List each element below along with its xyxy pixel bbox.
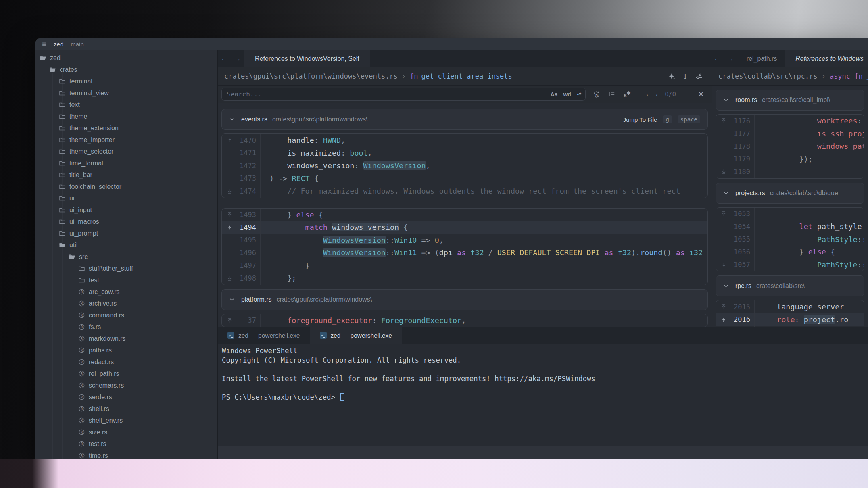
git-branch[interactable]: main bbox=[71, 41, 84, 48]
code-line[interactable]: 1054 let path_style = bbox=[716, 220, 864, 233]
editor-controls-icon[interactable] bbox=[695, 73, 703, 80]
file-tree-item[interactable]: Rrel_path.rs bbox=[35, 368, 217, 380]
code-line[interactable]: 2017 windows_paths: p bbox=[716, 326, 864, 327]
breadcrumb-left[interactable]: crates\gpui\src\platform\windows\events.… bbox=[218, 67, 712, 86]
search-box[interactable]: Aa wd •* bbox=[221, 88, 586, 101]
expand-excerpt-down-icon[interactable] bbox=[721, 262, 727, 268]
file-tree-item[interactable]: Rtest.rs bbox=[35, 438, 217, 450]
code-line[interactable]: 1178 windows_path bbox=[716, 140, 864, 153]
code-line[interactable]: 1472 windows_version: WindowsVersion, bbox=[222, 159, 707, 172]
prev-match-icon[interactable]: ‹ bbox=[647, 91, 649, 98]
excerpt-header-rpc.rs[interactable]: rpc.rscrates\collab\src\ bbox=[716, 275, 864, 296]
file-tree-item[interactable]: Rshell_env.rs bbox=[35, 415, 217, 426]
file-tree-item[interactable]: src bbox=[35, 251, 217, 263]
selection-search-toggle[interactable]: s✱ bbox=[624, 90, 631, 98]
code-line[interactable]: 1179 }); bbox=[716, 153, 864, 166]
chevron-down-icon[interactable] bbox=[723, 190, 729, 196]
file-tree-item[interactable]: theme_importer bbox=[35, 134, 217, 146]
jump-to-file-button[interactable]: Jump To File bbox=[623, 116, 657, 123]
file-tree-item[interactable]: crates bbox=[35, 64, 217, 75]
file-tree-item[interactable]: ui_macros bbox=[35, 216, 217, 227]
breadcrumb-right[interactable]: crates\collab\src\rpc.rs › async fn join… bbox=[712, 67, 868, 86]
excerpt-header-events.rs[interactable]: events.rscrates\gpui\src\platform\window… bbox=[221, 109, 708, 130]
file-tree-item[interactable]: test bbox=[35, 274, 217, 286]
file-tree-item[interactable]: ui_input bbox=[35, 204, 217, 216]
file-tree-item[interactable]: ui_prompt bbox=[35, 227, 217, 239]
tab-references-left[interactable]: References to WindowsVersion, Self bbox=[244, 50, 370, 67]
regex-toggle[interactable]: •* bbox=[577, 91, 581, 98]
code-line[interactable]: 1494 match windows_version { bbox=[222, 221, 707, 234]
expand-excerpt-up-icon[interactable] bbox=[721, 211, 727, 217]
chevron-down-icon[interactable] bbox=[229, 117, 235, 122]
excerpt-header-room.rs[interactable]: room.rscrates\call\src\call_impl\ bbox=[716, 90, 864, 111]
code-line[interactable]: 1177 is_ssh_proje bbox=[716, 127, 864, 140]
expand-excerpt-down-icon[interactable] bbox=[227, 188, 233, 194]
file-tree-item[interactable]: Rschemars.rs bbox=[35, 380, 217, 391]
search-input[interactable] bbox=[227, 90, 545, 98]
app-menu-icon[interactable]: ≡ bbox=[42, 40, 46, 48]
filter-list-icon[interactable] bbox=[608, 91, 616, 98]
code-line[interactable]: 1474 // For maximized windows, Windows o… bbox=[222, 185, 707, 198]
file-tree-item[interactable]: zed bbox=[35, 52, 217, 64]
file-tree-item[interactable]: Rshell.rs bbox=[35, 403, 217, 415]
code-line[interactable]: 2015 language_server_ bbox=[716, 300, 864, 313]
file-tree-item[interactable]: Rtime.rs bbox=[35, 450, 217, 459]
file-tree-item[interactable]: theme_selector bbox=[35, 146, 217, 157]
code-line[interactable]: 1471 is_maximized: bool, bbox=[222, 147, 707, 160]
file-tree-item[interactable]: Rarchive.rs bbox=[35, 298, 217, 309]
expand-excerpt-up-icon[interactable] bbox=[721, 304, 727, 310]
chevron-down-icon[interactable] bbox=[229, 297, 235, 302]
nav-back-icon[interactable]: ← bbox=[221, 55, 228, 63]
terminal-prompt[interactable]: PS C:\Users\maxbr\code\zed> bbox=[222, 393, 868, 402]
terminal-tab[interactable]: >_zed — powershell.exe bbox=[218, 327, 310, 344]
expand-excerpt-down-icon[interactable] bbox=[721, 169, 727, 175]
file-tree-item[interactable]: Rmarkdown.rs bbox=[35, 333, 217, 344]
code-line[interactable]: 2016 role: project.ro bbox=[716, 313, 864, 326]
file-tree-item[interactable]: text bbox=[35, 99, 217, 111]
chevron-down-icon[interactable] bbox=[723, 97, 729, 103]
file-tree-item[interactable]: util bbox=[35, 239, 217, 251]
excerpt-header-projects.rs[interactable]: projects.rscrates\collab\src\db\que bbox=[716, 183, 864, 204]
code-line[interactable]: 1176 worktrees: p bbox=[716, 115, 864, 127]
expand-excerpt-up-icon[interactable] bbox=[227, 212, 233, 218]
expand-excerpt-down-icon[interactable] bbox=[227, 275, 233, 281]
file-tree-item[interactable]: Rredact.rs bbox=[35, 356, 217, 368]
nav-forward-icon[interactable]: → bbox=[727, 55, 734, 63]
project-name[interactable]: zed bbox=[54, 41, 63, 48]
code-line[interactable]: 1497 } bbox=[222, 259, 707, 272]
file-tree-item[interactable]: time_format bbox=[35, 157, 217, 169]
code-line[interactable]: 1495 WindowsVersion::Win10 => 0, bbox=[222, 234, 707, 247]
terminal-tab[interactable]: >_zed — powershell.exe bbox=[310, 327, 403, 344]
file-tree-item[interactable]: stuff\other_stuff bbox=[35, 263, 217, 274]
code-action-bolt-icon[interactable] bbox=[721, 317, 727, 323]
tab-rel-path[interactable]: rel_path.rs bbox=[736, 50, 785, 67]
expand-excerpt-up-icon[interactable] bbox=[721, 118, 727, 124]
file-tree-item[interactable]: Rpaths.rs bbox=[35, 344, 217, 356]
code-line[interactable]: 1470 handle: HWND, bbox=[222, 134, 707, 147]
file-tree-item[interactable]: Rsize.rs bbox=[35, 426, 217, 438]
nav-forward-icon[interactable]: → bbox=[234, 55, 241, 63]
inline-assist-icon[interactable] bbox=[668, 73, 675, 80]
file-tree-item[interactable]: theme_extension bbox=[35, 122, 217, 134]
code-line[interactable]: 1053 bbox=[716, 208, 864, 221]
close-search-icon[interactable]: ✕ bbox=[698, 90, 704, 99]
file-tree-item[interactable]: ui bbox=[35, 192, 217, 204]
code-line[interactable]: 1496 WindowsVersion::Win11 => (dpi as f3… bbox=[222, 246, 707, 259]
chevron-down-icon[interactable] bbox=[723, 283, 729, 289]
tab-references-right[interactable]: References to Windows bbox=[785, 50, 868, 67]
file-tree-item[interactable]: Rserde.rs bbox=[35, 391, 217, 403]
expand-excerpt-up-icon[interactable] bbox=[227, 137, 233, 143]
replace-toggle-icon[interactable]: R bbox=[593, 91, 600, 98]
terminal-output[interactable]: Windows PowerShellCopyright (C) Microsof… bbox=[218, 344, 868, 402]
file-tree-item[interactable]: theme bbox=[35, 111, 217, 122]
code-line[interactable]: 1055 PathStyle::W bbox=[716, 233, 864, 246]
code-line[interactable]: 1493 } else { bbox=[222, 209, 707, 221]
file-tree-item[interactable]: title_bar bbox=[35, 169, 217, 181]
code-line[interactable]: 1180 bbox=[716, 165, 864, 178]
code-line[interactable]: 1473) -> RECT { bbox=[222, 172, 707, 185]
file-tree-item[interactable]: Rcommand.rs bbox=[35, 309, 217, 321]
code-action-bolt-icon[interactable] bbox=[227, 224, 233, 230]
code-line[interactable]: 1056 } else { bbox=[716, 246, 864, 259]
file-tree-item[interactable]: terminal bbox=[35, 75, 217, 87]
whole-word-toggle[interactable]: wd bbox=[563, 91, 571, 98]
